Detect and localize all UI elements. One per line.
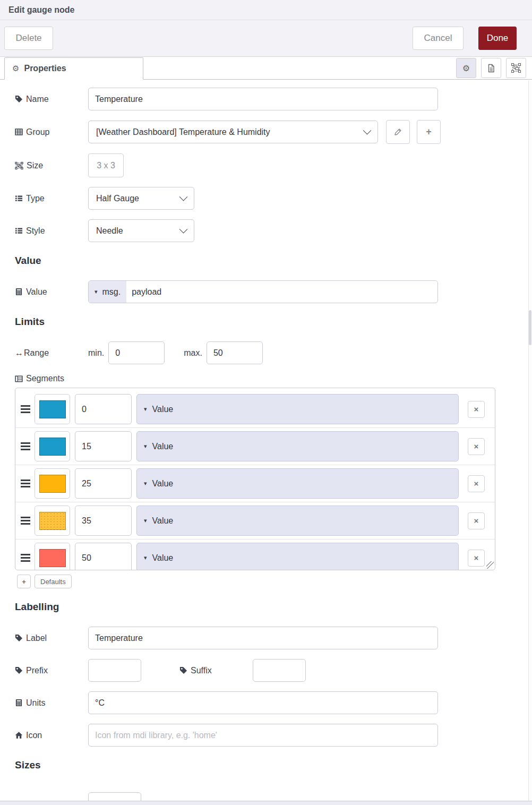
chevron-down-icon (179, 225, 188, 234)
calculator-icon (15, 288, 23, 296)
remove-segment-button[interactable]: × (468, 512, 485, 529)
label-input[interactable] (88, 627, 438, 649)
segment-color-button[interactable] (35, 506, 70, 536)
prefix-input[interactable] (88, 659, 141, 682)
calculator-icon (15, 699, 23, 707)
properties-form: Name Group [Weather Dashboard] Temperatu… (0, 80, 532, 805)
tray-footer (0, 801, 532, 805)
prefix-label: Prefix (15, 666, 88, 675)
segment-type-select[interactable]: ▾ Value (136, 543, 459, 570)
close-icon: × (474, 553, 479, 562)
scrollbar-track[interactable] (528, 80, 532, 801)
value-type-label: msg. (102, 287, 121, 297)
drag-handle-icon[interactable] (21, 554, 30, 562)
table-icon (15, 128, 23, 136)
segment-type-select[interactable]: ▾ Value (136, 506, 459, 536)
group-label: Group (15, 127, 88, 137)
properties-view-button[interactable]: ⚙ (456, 58, 476, 78)
tab-properties[interactable]: ⚙ Properties (4, 57, 143, 80)
remove-segment-button[interactable]: × (468, 438, 485, 455)
segment-type-select[interactable]: ▾ Value (136, 394, 459, 424)
units-input[interactable] (88, 691, 438, 714)
value-row: Value ▾ msg. payload (15, 280, 532, 303)
icon-input[interactable] (88, 724, 438, 747)
name-input[interactable] (88, 88, 438, 110)
done-button[interactable]: Done (478, 27, 517, 50)
units-label: Units (15, 698, 88, 708)
close-icon: × (474, 479, 479, 488)
min-label: min. (88, 348, 104, 358)
caret-down-icon: ▾ (144, 443, 147, 450)
icon-label: Icon (15, 731, 88, 740)
remove-segment-button[interactable]: × (468, 401, 485, 418)
th-list-icon (15, 375, 23, 383)
list-resize-handle[interactable] (486, 561, 494, 569)
suffix-label: Suffix (179, 666, 253, 675)
delete-button[interactable]: Delete (4, 27, 53, 50)
scrollbar-thumb[interactable] (529, 310, 531, 345)
labelling-section-heading: Labelling (15, 601, 532, 613)
description-view-button[interactable] (481, 58, 501, 78)
style-select[interactable]: Needle (88, 219, 194, 242)
close-icon: × (474, 516, 479, 525)
prefix-suffix-row: Prefix Suffix (15, 659, 532, 682)
drag-handle-icon[interactable] (21, 405, 30, 413)
remove-segment-button[interactable]: × (468, 550, 485, 567)
appearance-view-button[interactable] (506, 58, 526, 78)
segment-type-select[interactable]: ▾ Value (136, 468, 459, 499)
tag-icon (15, 634, 23, 642)
edit-group-button[interactable] (386, 120, 410, 144)
icon-row: Icon (15, 724, 532, 747)
group-select-value: [Weather Dashboard] Temperature & Humidi… (96, 127, 270, 137)
segment-color-button[interactable] (35, 394, 70, 424)
close-icon: × (474, 442, 479, 451)
value-typed-input[interactable]: ▾ msg. payload (88, 280, 438, 303)
sizes-section-heading: Sizes (15, 759, 532, 771)
size-button[interactable]: 3 x 3 (88, 153, 124, 177)
segment-color-button[interactable] (35, 543, 70, 570)
range-min-input[interactable] (108, 341, 165, 364)
add-segment-button[interactable]: + (17, 575, 31, 588)
segment-value-input[interactable] (75, 431, 132, 461)
segment-value-input[interactable] (75, 506, 132, 536)
segments-label: Segments (15, 374, 532, 383)
caret-down-icon: ▾ (95, 288, 98, 295)
value-section-heading: Value (15, 255, 532, 267)
name-label: Name (15, 95, 88, 104)
segment-row: ▾ Value × (15, 391, 495, 428)
units-row: Units (15, 691, 532, 714)
name-row: Name (15, 88, 532, 110)
tag-icon (15, 666, 23, 674)
drag-handle-icon[interactable] (21, 479, 30, 487)
tab-properties-label: Properties (24, 64, 66, 73)
segment-value-input[interactable] (75, 543, 132, 570)
dialog-toolbar: Delete Cancel Done (0, 20, 532, 57)
type-select[interactable]: Half Gauge (88, 187, 194, 210)
color-swatch (39, 475, 66, 493)
segment-value-input[interactable] (75, 468, 132, 499)
suffix-input[interactable] (253, 659, 306, 682)
document-icon (487, 64, 495, 73)
size-label: Size (15, 161, 88, 170)
drag-handle-icon[interactable] (21, 517, 30, 525)
drag-handle-icon[interactable] (21, 442, 30, 450)
value-type-selector[interactable]: ▾ msg. (89, 281, 126, 303)
segment-color-button[interactable] (35, 431, 70, 461)
segment-color-button[interactable] (35, 468, 70, 499)
segment-value-input[interactable] (75, 394, 132, 424)
segment-type-select[interactable]: ▾ Value (136, 431, 459, 461)
remove-segment-button[interactable]: × (468, 475, 485, 492)
range-max-input[interactable] (207, 341, 263, 364)
color-swatch (39, 400, 66, 418)
segment-row: ▾ Value × (15, 428, 495, 465)
plus-icon: + (426, 126, 432, 138)
edit-gauge-node-dialog: Edit gauge node Delete Cancel Done ⚙ Pro… (0, 0, 532, 805)
defaults-button[interactable]: Defaults (35, 575, 72, 588)
segment-row: ▾ Value × (15, 539, 495, 570)
object-group-icon (15, 161, 23, 170)
cancel-button[interactable]: Cancel (413, 27, 464, 50)
add-group-button[interactable]: + (417, 120, 441, 144)
chevron-down-icon (179, 193, 188, 201)
caret-down-icon: ▾ (144, 554, 147, 561)
group-select[interactable]: [Weather Dashboard] Temperature & Humidi… (88, 121, 378, 143)
